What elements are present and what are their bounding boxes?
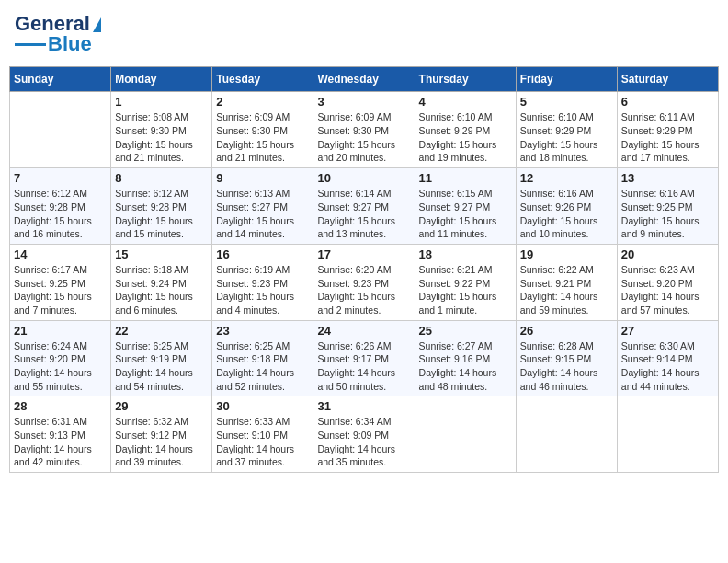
calendar-week-row: 7Sunrise: 6:12 AMSunset: 9:28 PMDaylight… xyxy=(10,168,719,245)
page-header: General Blue xyxy=(9,9,719,59)
calendar-week-row: 28Sunrise: 6:31 AMSunset: 9:13 PMDayligh… xyxy=(10,396,719,473)
day-number: 13 xyxy=(621,171,714,185)
day-number: 27 xyxy=(621,324,714,338)
calendar-cell: 12Sunrise: 6:16 AMSunset: 9:26 PMDayligh… xyxy=(516,168,617,245)
calendar-cell: 3Sunrise: 6:09 AMSunset: 9:30 PMDaylight… xyxy=(313,92,415,168)
calendar-week-row: 14Sunrise: 6:17 AMSunset: 9:25 PMDayligh… xyxy=(10,244,719,320)
calendar-cell: 13Sunrise: 6:16 AMSunset: 9:25 PMDayligh… xyxy=(617,168,718,245)
day-number: 16 xyxy=(216,247,309,261)
day-info: Sunrise: 6:17 AMSunset: 9:25 PMDaylight:… xyxy=(14,263,107,317)
day-info: Sunrise: 6:09 AMSunset: 9:30 PMDaylight:… xyxy=(216,110,309,165)
calendar-cell xyxy=(617,396,718,473)
day-number: 31 xyxy=(317,399,410,413)
day-info: Sunrise: 6:32 AMSunset: 9:12 PMDaylight:… xyxy=(115,415,208,469)
day-number: 22 xyxy=(115,324,208,338)
day-number: 20 xyxy=(621,247,714,261)
calendar-cell: 31Sunrise: 6:34 AMSunset: 9:09 PMDayligh… xyxy=(313,396,415,473)
day-info: Sunrise: 6:19 AMSunset: 9:23 PMDaylight:… xyxy=(216,263,309,317)
day-info: Sunrise: 6:14 AMSunset: 9:27 PMDaylight:… xyxy=(317,187,410,241)
logo: General Blue xyxy=(15,13,101,55)
calendar-cell: 21Sunrise: 6:24 AMSunset: 9:20 PMDayligh… xyxy=(10,320,111,396)
calendar-cell: 28Sunrise: 6:31 AMSunset: 9:13 PMDayligh… xyxy=(10,396,111,473)
day-number: 15 xyxy=(115,247,208,261)
day-info: Sunrise: 6:25 AMSunset: 9:19 PMDaylight:… xyxy=(115,339,208,394)
day-info: Sunrise: 6:27 AMSunset: 9:16 PMDaylight:… xyxy=(419,339,512,394)
day-info: Sunrise: 6:31 AMSunset: 9:13 PMDaylight:… xyxy=(14,415,107,469)
day-number: 30 xyxy=(216,399,309,413)
day-number: 23 xyxy=(216,324,309,338)
day-info: Sunrise: 6:10 AMSunset: 9:29 PMDaylight:… xyxy=(520,110,613,165)
calendar-cell: 15Sunrise: 6:18 AMSunset: 9:24 PMDayligh… xyxy=(111,244,212,320)
day-info: Sunrise: 6:18 AMSunset: 9:24 PMDaylight:… xyxy=(115,263,208,317)
calendar-header-row: SundayMondayTuesdayWednesdayThursdayFrid… xyxy=(10,67,719,92)
day-info: Sunrise: 6:22 AMSunset: 9:21 PMDaylight:… xyxy=(520,263,613,317)
day-info: Sunrise: 6:26 AMSunset: 9:17 PMDaylight:… xyxy=(317,339,410,394)
calendar-day-header: Saturday xyxy=(617,67,718,92)
calendar-week-row: 21Sunrise: 6:24 AMSunset: 9:20 PMDayligh… xyxy=(10,320,719,396)
day-number: 29 xyxy=(115,399,208,413)
day-info: Sunrise: 6:09 AMSunset: 9:30 PMDaylight:… xyxy=(317,110,410,165)
day-number: 3 xyxy=(317,95,410,109)
day-number: 28 xyxy=(14,399,107,413)
calendar-cell: 22Sunrise: 6:25 AMSunset: 9:19 PMDayligh… xyxy=(111,320,212,396)
calendar-table: SundayMondayTuesdayWednesdayThursdayFrid… xyxy=(9,66,719,473)
calendar-day-header: Friday xyxy=(516,67,617,92)
calendar-day-header: Tuesday xyxy=(212,67,313,92)
day-number: 6 xyxy=(621,95,714,109)
calendar-cell: 5Sunrise: 6:10 AMSunset: 9:29 PMDaylight… xyxy=(516,92,617,168)
calendar-cell: 11Sunrise: 6:15 AMSunset: 9:27 PMDayligh… xyxy=(415,168,516,245)
day-number: 4 xyxy=(419,95,512,109)
calendar-day-header: Sunday xyxy=(10,67,111,92)
day-number: 10 xyxy=(317,171,410,185)
calendar-day-header: Monday xyxy=(111,67,212,92)
calendar-cell: 17Sunrise: 6:20 AMSunset: 9:23 PMDayligh… xyxy=(313,244,415,320)
day-number: 24 xyxy=(317,324,410,338)
day-info: Sunrise: 6:12 AMSunset: 9:28 PMDaylight:… xyxy=(115,187,208,241)
calendar-cell: 10Sunrise: 6:14 AMSunset: 9:27 PMDayligh… xyxy=(313,168,415,245)
day-number: 8 xyxy=(115,171,208,185)
day-info: Sunrise: 6:20 AMSunset: 9:23 PMDaylight:… xyxy=(317,263,410,317)
day-number: 12 xyxy=(520,171,613,185)
calendar-cell: 16Sunrise: 6:19 AMSunset: 9:23 PMDayligh… xyxy=(212,244,313,320)
calendar-cell: 24Sunrise: 6:26 AMSunset: 9:17 PMDayligh… xyxy=(313,320,415,396)
day-info: Sunrise: 6:10 AMSunset: 9:29 PMDaylight:… xyxy=(419,110,512,165)
day-number: 5 xyxy=(520,95,613,109)
day-info: Sunrise: 6:13 AMSunset: 9:27 PMDaylight:… xyxy=(216,187,309,241)
day-info: Sunrise: 6:08 AMSunset: 9:30 PMDaylight:… xyxy=(115,110,208,165)
calendar-cell: 8Sunrise: 6:12 AMSunset: 9:28 PMDaylight… xyxy=(111,168,212,245)
calendar-cell xyxy=(10,92,111,168)
calendar-cell: 20Sunrise: 6:23 AMSunset: 9:20 PMDayligh… xyxy=(617,244,718,320)
day-info: Sunrise: 6:23 AMSunset: 9:20 PMDaylight:… xyxy=(621,263,714,317)
day-number: 21 xyxy=(14,324,107,338)
day-number: 14 xyxy=(14,247,107,261)
day-info: Sunrise: 6:12 AMSunset: 9:28 PMDaylight:… xyxy=(14,187,107,241)
calendar-cell: 4Sunrise: 6:10 AMSunset: 9:29 PMDaylight… xyxy=(415,92,516,168)
calendar-cell xyxy=(516,396,617,473)
calendar-day-header: Wednesday xyxy=(313,67,415,92)
calendar-cell: 2Sunrise: 6:09 AMSunset: 9:30 PMDaylight… xyxy=(212,92,313,168)
calendar-cell: 23Sunrise: 6:25 AMSunset: 9:18 PMDayligh… xyxy=(212,320,313,396)
day-info: Sunrise: 6:25 AMSunset: 9:18 PMDaylight:… xyxy=(216,339,309,394)
calendar-week-row: 1Sunrise: 6:08 AMSunset: 9:30 PMDaylight… xyxy=(10,92,719,168)
day-number: 7 xyxy=(14,171,107,185)
day-info: Sunrise: 6:21 AMSunset: 9:22 PMDaylight:… xyxy=(419,263,512,317)
day-info: Sunrise: 6:15 AMSunset: 9:27 PMDaylight:… xyxy=(419,187,512,241)
day-info: Sunrise: 6:16 AMSunset: 9:25 PMDaylight:… xyxy=(621,187,714,241)
calendar-cell: 25Sunrise: 6:27 AMSunset: 9:16 PMDayligh… xyxy=(415,320,516,396)
day-number: 25 xyxy=(419,324,512,338)
day-info: Sunrise: 6:11 AMSunset: 9:29 PMDaylight:… xyxy=(621,110,714,165)
day-info: Sunrise: 6:28 AMSunset: 9:15 PMDaylight:… xyxy=(520,339,613,394)
day-number: 2 xyxy=(216,95,309,109)
calendar-cell: 27Sunrise: 6:30 AMSunset: 9:14 PMDayligh… xyxy=(617,320,718,396)
calendar-day-header: Thursday xyxy=(415,67,516,92)
day-number: 11 xyxy=(419,171,512,185)
day-info: Sunrise: 6:30 AMSunset: 9:14 PMDaylight:… xyxy=(621,339,714,394)
day-number: 1 xyxy=(115,95,208,109)
calendar-cell: 14Sunrise: 6:17 AMSunset: 9:25 PMDayligh… xyxy=(10,244,111,320)
calendar-cell: 26Sunrise: 6:28 AMSunset: 9:15 PMDayligh… xyxy=(516,320,617,396)
calendar-cell: 1Sunrise: 6:08 AMSunset: 9:30 PMDaylight… xyxy=(111,92,212,168)
calendar-cell: 30Sunrise: 6:33 AMSunset: 9:10 PMDayligh… xyxy=(212,396,313,473)
day-info: Sunrise: 6:24 AMSunset: 9:20 PMDaylight:… xyxy=(14,339,107,394)
calendar-cell: 29Sunrise: 6:32 AMSunset: 9:12 PMDayligh… xyxy=(111,396,212,473)
day-number: 17 xyxy=(317,247,410,261)
